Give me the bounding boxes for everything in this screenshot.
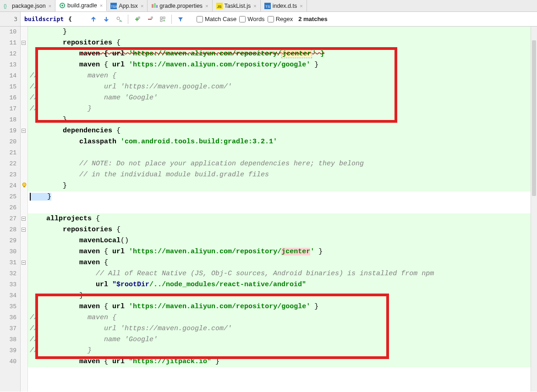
svg-text:ALL: ALL [119,20,122,22]
svg-point-2 [61,5,63,6]
fold-toggle[interactable] [22,261,26,265]
regex-checkbox[interactable]: Regex [268,16,293,22]
close-icon[interactable]: × [140,3,144,9]
editor-tabs: {} package.json × build.gradle × TSX App… [0,0,537,12]
prev-match-button[interactable] [88,14,99,24]
breadcrumb-brace: { [68,16,72,22]
separator [128,15,128,24]
svg-rect-14 [138,17,140,18]
svg-rect-18 [160,20,162,22]
find-toolbar: 3 buildscript { ALL Match Case Words Reg… [0,12,537,27]
json-icon: {} [4,3,10,9]
tab-label: gradle.properties [159,3,203,9]
fold-toggle[interactable] [22,41,26,45]
breadcrumb[interactable]: buildscript { [23,16,75,22]
scroll-thumb[interactable] [532,40,536,196]
close-icon[interactable]: × [299,3,303,9]
tab-label: App.tsx [119,3,138,9]
svg-rect-17 [163,17,165,19]
tab-label: package.json [12,3,46,9]
gradle-icon [59,2,66,9]
close-icon[interactable]: × [252,3,257,9]
ts-icon: TS [264,3,271,9]
tab-tasklist-js[interactable]: JS TaskList.js × [213,0,261,11]
tab-label: build.gradle [67,2,97,9]
svg-rect-20 [23,186,25,187]
line-gutter: 1011121314151617181920212223242526272829… [0,27,21,392]
select-all-button[interactable]: ALL [114,14,124,24]
props-icon [151,3,158,9]
tab-build-gradle[interactable]: build.gradle × [55,0,107,11]
select-all-occurrences-button[interactable] [158,14,168,24]
code-editor[interactable]: 1011121314151617181920212223242526272829… [0,27,537,392]
intention-bulb-icon[interactable] [22,182,27,188]
next-match-button[interactable] [101,14,111,24]
code-area[interactable]: } repositories { maven { url 'https://ma… [28,27,537,392]
tab-label: index.d.ts [273,3,297,9]
svg-rect-6 [154,3,156,8]
match-case-checkbox[interactable]: Match Case [197,16,236,22]
fold-toggle[interactable] [22,129,26,133]
svg-text:{}: {} [4,4,7,9]
tsx-icon: TSX [110,3,117,9]
svg-point-19 [22,183,26,186]
match-count: 2 matches [296,16,328,22]
tab-app-tsx[interactable]: TSX App.tsx × [107,0,148,11]
svg-rect-15 [151,17,153,18]
svg-text:TS: TS [265,5,270,9]
fold-strip [21,27,28,392]
js-icon: JS [216,3,223,9]
add-selection-button[interactable] [132,14,142,24]
vertical-scrollbar[interactable] [531,27,537,392]
close-icon[interactable]: × [99,3,104,8]
close-icon[interactable]: × [204,3,209,9]
remove-selection-button[interactable] [145,14,155,24]
svg-text:TSX: TSX [111,5,117,8]
svg-text:JS: JS [217,5,221,9]
separator [171,15,172,24]
fold-toggle[interactable] [22,228,26,232]
tab-gradle-properties[interactable]: gradle.properties × [148,0,212,11]
breadcrumb-line-no: 3 [0,12,21,26]
breadcrumb-kw: buildscript [24,16,64,22]
tab-index-dts[interactable]: TS index.d.ts × [261,0,307,11]
close-icon[interactable]: × [48,3,52,9]
svg-rect-7 [156,5,158,8]
tab-label: TaskList.js [225,3,251,9]
tab-package-json[interactable]: {} package.json × [0,0,55,11]
svg-rect-16 [160,17,162,19]
filter-button[interactable] [175,14,186,24]
words-checkbox[interactable]: Words [239,16,264,22]
fold-toggle[interactable] [22,217,26,221]
svg-rect-5 [152,4,153,8]
